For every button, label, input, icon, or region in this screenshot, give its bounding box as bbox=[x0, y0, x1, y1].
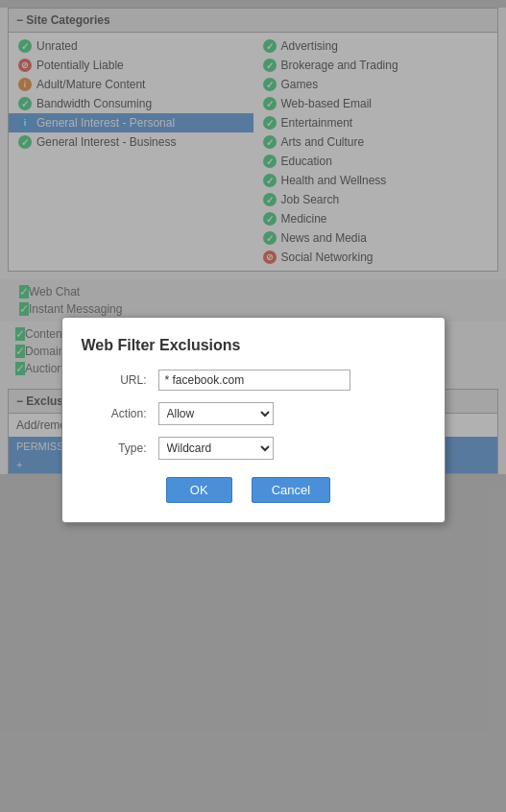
action-form-row: Action: Allow Block bbox=[82, 402, 416, 425]
type-form-row: Type: Wildcard URL Regex bbox=[82, 437, 416, 460]
type-label: Type: bbox=[82, 442, 158, 455]
action-label: Action: bbox=[82, 407, 158, 420]
main-content: Site Categories Unrated Potentially Liab… bbox=[0, 8, 506, 474]
modal-title: Web Filter Exclusions bbox=[82, 337, 416, 354]
cancel-button[interactable]: Cancel bbox=[252, 477, 330, 503]
web-filter-modal: Web Filter Exclusions URL: Action: Allow… bbox=[61, 317, 446, 523]
url-input[interactable] bbox=[158, 370, 350, 391]
url-label: URL: bbox=[82, 373, 158, 387]
action-select[interactable]: Allow Block bbox=[158, 402, 274, 425]
type-select[interactable]: Wildcard URL Regex bbox=[158, 437, 274, 460]
ok-button[interactable]: OK bbox=[166, 477, 232, 503]
url-form-row: URL: bbox=[82, 370, 416, 391]
modal-overlay: Web Filter Exclusions URL: Action: Allow… bbox=[0, 0, 506, 812]
modal-buttons: OK Cancel bbox=[82, 477, 416, 503]
